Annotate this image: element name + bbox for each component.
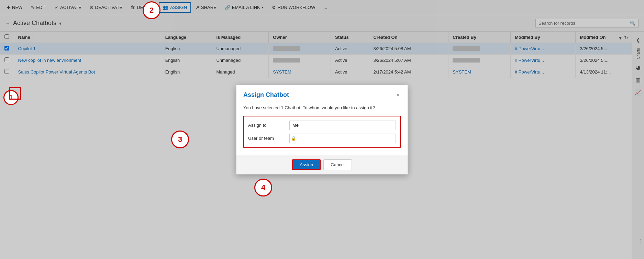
user-or-team-input[interactable] [298, 136, 394, 141]
user-or-team-field: 🔒 [289, 134, 396, 143]
modal-close-button[interactable]: × [395, 91, 401, 100]
modal-overlay: Assign Chatbot × You have selected 1 Cha… [0, 0, 644, 259]
modal-footer: Assign Cancel [236, 155, 408, 174]
user-or-team-row: User or team 🔒 [248, 134, 396, 143]
assign-confirm-button[interactable]: Assign [292, 159, 321, 170]
modal-form: Assign to User or team 🔒 [243, 116, 401, 148]
modal-description: You have selected 1 Chatbot. To whom wou… [243, 105, 401, 110]
step4-circle: 4 [254, 179, 272, 196]
cancel-button[interactable]: Cancel [323, 159, 352, 170]
assign-to-input[interactable] [289, 121, 396, 130]
modal-title: Assign Chatbot [243, 91, 289, 99]
lock-icon: 🔒 [291, 136, 296, 141]
modal-header: Assign Chatbot × [236, 85, 408, 102]
user-or-team-label: User or team [248, 136, 289, 141]
modal-body: You have selected 1 Chatbot. To whom wou… [236, 102, 408, 155]
step2-circle: 2 [143, 1, 160, 19]
step3-circle: 3 [171, 131, 189, 148]
assign-to-label: Assign to [248, 123, 289, 128]
step1-circle: 1 [3, 90, 19, 105]
assign-to-row: Assign to [248, 121, 396, 130]
assign-modal: Assign Chatbot × You have selected 1 Cha… [236, 85, 408, 174]
